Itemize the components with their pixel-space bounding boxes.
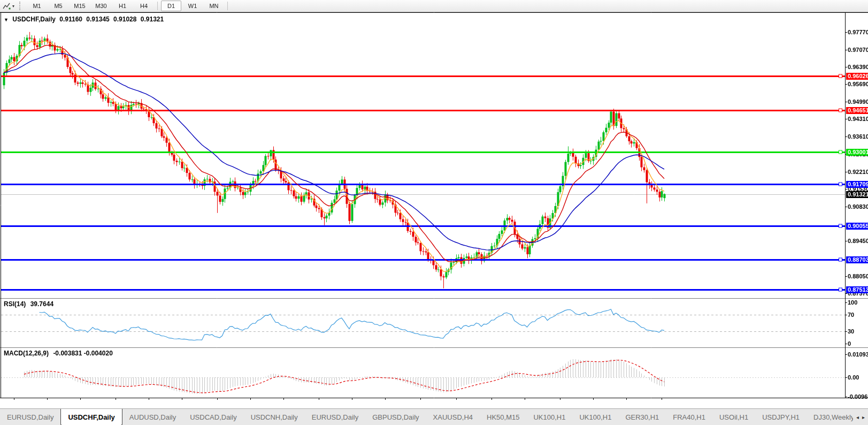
price-axis-tick: 0.90830 [848, 203, 868, 210]
toolbar-grip[interactable] [19, 2, 23, 10]
timeframe-button-m30[interactable]: M30 [91, 1, 111, 11]
timeframe-button-w1[interactable]: W1 [182, 1, 203, 11]
macd-name: MACD(12,26,9) [4, 350, 49, 357]
ohlc-high: 0.91345 [86, 16, 109, 23]
mt4-window: ▾ M1M5M15M30H1H4D1W1MN ▼ USDCHF,Daily 0.… [0, 0, 868, 425]
chart-tab-usdjpy-h1[interactable]: USDJPY,H1 [755, 409, 806, 425]
chart-tab-gbpusd-daily[interactable]: GBPUSD,Daily [365, 409, 426, 425]
price-axis-tick: 0.88050 [848, 273, 868, 280]
ohlc-close: 0.91321 [141, 16, 164, 23]
hline-price-label[interactable]: 0.87513 [846, 286, 868, 293]
toolbar-separator [227, 2, 228, 10]
chart-title: ▼ USDCHF,Daily 0.91160 0.91345 0.91028 0… [4, 16, 166, 23]
hline-price-label[interactable]: 0.91709 [846, 181, 868, 188]
macd-indicator-label: MACD(12,26,9) -0.003831 -0.004020 [4, 350, 116, 357]
current-price-label: 0.91321 [846, 191, 868, 198]
rsi-value: 39.7644 [30, 300, 53, 308]
tab-scroll-arrows: ◂ ▸ [853, 409, 868, 425]
rsi-axis-tick: 0 [848, 340, 851, 347]
chart-tab-audusd-daily[interactable]: AUDUSD,Daily [122, 409, 183, 425]
timeframe-buttons: M1M5M15M30H1H4D1W1MN [26, 1, 231, 11]
price-axis-tick: 0.94310 [848, 116, 868, 123]
chart-tabs-bar: EURUSD,DailyUSDCHF,DailyAUDUSD,DailyUSDC… [0, 408, 868, 425]
price-axis-tick: 0.92210 [848, 169, 868, 176]
macd-axis-tick: 0.010933 [848, 351, 868, 358]
price-axis-tick: 0.96390 [848, 64, 868, 71]
timeframe-button-d1[interactable]: D1 [161, 1, 181, 11]
rsi-axis-tick: 30 [848, 328, 854, 335]
chevron-down-icon[interactable]: ▾ [12, 4, 14, 9]
toolbar: ▾ M1M5M15M30H1H4D1W1MN [0, 0, 868, 12]
toolbar-separator [157, 2, 158, 10]
price-axis-tick: 0.97070 [848, 47, 868, 54]
chart-tab-hk50-m15[interactable]: HK50,M15 [480, 409, 526, 425]
rsi-axis-tick: 70 [848, 312, 854, 318]
ohlc-low: 0.91028 [113, 16, 136, 23]
macd-axis-tick: 0.00 [848, 374, 859, 381]
hline-price-label[interactable]: 0.93001 [846, 149, 868, 156]
chart-tab-uk100-h1[interactable]: UK100,H1 [526, 409, 572, 425]
timeframe-button-m15[interactable]: M15 [70, 1, 90, 11]
symbol-period-label: USDCHF,Daily [12, 16, 56, 23]
timeframe-button-mn[interactable]: MN [204, 1, 224, 11]
price-axis-tick: 0.97770 [848, 29, 868, 36]
chart-tab-eurusd-daily[interactable]: EURUSD,Daily [0, 409, 60, 425]
chart-tab-usdchf-daily[interactable]: USDCHF,Daily [60, 409, 122, 425]
chart-tab-xauusd-h4[interactable]: XAUUSD,H4 [426, 409, 480, 425]
price-axis-tick: 0.89450 [848, 238, 868, 245]
chart-tab-dj30-weekly[interactable]: DJ30,Weekly [806, 409, 853, 425]
ohlc-open: 0.91160 [59, 16, 82, 23]
rsi-name: RSI(14) [4, 300, 26, 308]
timeframe-button-h4[interactable]: H4 [134, 1, 154, 11]
chart-tab-eurusd-daily[interactable]: EURUSD,Daily [305, 409, 365, 425]
chart-tab-usoil-h1[interactable]: USOil,H1 [712, 409, 755, 425]
price-chart-canvas[interactable] [0, 0, 868, 425]
tab-scroll-left-icon[interactable]: ◂ [856, 414, 859, 420]
macd-axis-tick: -0.009653 [848, 393, 868, 400]
timeframe-button-h1[interactable]: H1 [112, 1, 133, 11]
tab-scroll-right-icon[interactable]: ▸ [862, 414, 865, 420]
collapse-icon[interactable]: ▼ [4, 17, 9, 22]
hline-price-label[interactable]: 0.96026 [846, 73, 868, 80]
rsi-axis-tick: 100 [848, 299, 857, 306]
price-axis-tick: 0.95690 [848, 81, 868, 88]
chart-tabs: EURUSD,DailyUSDCHF,DailyAUDUSD,DailyUSDC… [0, 409, 853, 425]
chart-tab-fra40-h1[interactable]: FRA40,H1 [666, 409, 712, 425]
macd-values: -0.003831 -0.004020 [53, 350, 112, 357]
chart-tab-ger30-h1[interactable]: GER30,H1 [618, 409, 666, 425]
timeframe-button-m5[interactable]: M5 [48, 1, 68, 11]
price-axis-tick: 0.94990 [848, 98, 868, 105]
hline-price-label[interactable]: 0.88703 [846, 256, 868, 263]
price-axis-tick: 0.93610 [848, 133, 868, 140]
chart-tool-icon [3, 2, 11, 10]
rsi-indicator-label: RSI(14) 39.7644 [4, 300, 56, 308]
chart-tab-usdcnh-daily[interactable]: USDCNH,Daily [244, 409, 305, 425]
hline-price-label[interactable]: 0.90055 [846, 223, 868, 230]
chart-tool-button[interactable]: ▾ [0, 1, 17, 11]
chart-tab-uk100-h1[interactable]: UK100,H1 [572, 409, 618, 425]
hline-price-label[interactable]: 0.94651 [846, 107, 868, 114]
chart-tab-usdcad-daily[interactable]: USDCAD,Daily [183, 409, 243, 425]
timeframe-button-m1[interactable]: M1 [27, 1, 47, 11]
